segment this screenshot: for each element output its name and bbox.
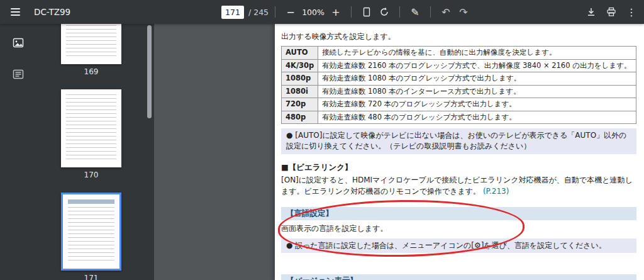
- kebab-icon: ⋮: [626, 6, 636, 18]
- toolbar-divider: [430, 6, 431, 18]
- format-description: 有効走査線数 1080 本のプログレッシブ方式で出力します。: [318, 72, 636, 86]
- rotate-icon: [379, 7, 389, 17]
- sidebar: 169 170 171: [0, 24, 154, 280]
- document-title: DC-TZ99: [34, 7, 70, 17]
- thumbnail-panel: 169 170 171: [36, 24, 146, 280]
- format-description: 有効走査線数 480 本のプログレッシブ方式で出力します。: [318, 111, 636, 124]
- version-display-heading: 【バージョン表示】: [281, 274, 636, 280]
- download-button[interactable]: [582, 3, 600, 21]
- toolbar-divider: [275, 6, 275, 18]
- fit-page-icon: [362, 7, 372, 17]
- redo-button[interactable]: ↷: [455, 3, 472, 21]
- undo-icon: ↶: [441, 6, 450, 18]
- document-outline-icon: [13, 69, 24, 79]
- format-description: 有効走査線数 2160 本のプログレッシブ方式で、出力解像度 3840 × 21…: [318, 59, 636, 72]
- format-description: 有効走査線数 1080 本のインターレース方式で出力します。: [318, 85, 636, 98]
- print-button[interactable]: [602, 3, 620, 21]
- plus-icon: +: [331, 6, 340, 18]
- format-key: AUTO: [282, 47, 318, 60]
- viera-link-body: [ON]に設定すると、HDMIマイクロケーブルで接続したビエラリンク対応機器が、…: [281, 174, 636, 197]
- undo-button[interactable]: ↶: [437, 3, 455, 21]
- page-number-input[interactable]: [221, 6, 244, 19]
- format-description: 接続したテレビからの情報を基に、自動的に出力解像度を決定します。: [318, 47, 636, 60]
- intro-text: 出力する映像方式を設定します。: [281, 31, 636, 42]
- thumbnails-view-button[interactable]: [7, 35, 30, 50]
- thumbnail-preview: [61, 89, 121, 167]
- minus-icon: −: [286, 6, 294, 18]
- thumbnail-page-169[interactable]: 169: [61, 24, 121, 77]
- pdf-viewer-window: DC-TZ99 / 245 − 100% +: [0, 0, 644, 280]
- thumbnail-content: [66, 94, 116, 162]
- redo-icon: ↷: [459, 6, 467, 18]
- thumbnail-scrollbar[interactable]: [147, 24, 152, 280]
- outline-view-button[interactable]: [7, 67, 30, 82]
- page-213-link[interactable]: (P.213): [483, 187, 509, 196]
- table-row: AUTO 接続したテレビからの情報を基に、自動的に出力解像度を決定します。: [282, 47, 636, 60]
- menu-button[interactable]: [6, 3, 24, 21]
- thumbnail-preview: [61, 24, 121, 64]
- thumbnail-label: 170: [84, 171, 99, 180]
- page-count-label: / 245: [248, 8, 269, 17]
- thumbnail-page-171[interactable]: 171: [61, 193, 121, 280]
- fit-page-button[interactable]: [358, 3, 375, 21]
- format-key: 720p: [282, 98, 318, 111]
- image-icon: [13, 38, 24, 48]
- printer-icon: [606, 7, 616, 17]
- table-row: 1080p 有効走査線数 1080 本のプログレッシブ方式で出力します。: [282, 72, 636, 86]
- table-row: 480p 有効走査線数 480 本のプログレッシブ方式で出力します。: [282, 111, 636, 124]
- language-setting-heading: 【言語設定】: [281, 207, 636, 220]
- pdf-page: 出力する映像方式を設定します。 AUTO 接続したテレビからの情報を基に、自動的…: [275, 24, 644, 280]
- language-section: 【言語設定】 画面表示の言語を設定します。 ● 誤った言語に設定した場合は、メニ…: [280, 207, 638, 253]
- sidebar-icon-strip: [0, 24, 36, 82]
- scrollbar-thumb[interactable]: [147, 25, 152, 118]
- viera-link-heading: ■【ビエラリンク】: [281, 162, 636, 173]
- download-icon: [586, 7, 596, 17]
- pen-icon: ✎: [411, 6, 419, 18]
- thumbnail-page-170[interactable]: 170: [61, 89, 121, 180]
- format-key: 1080i: [282, 85, 318, 98]
- draw-button[interactable]: ✎: [406, 3, 424, 21]
- table-row: 4K/30p 有効走査線数 2160 本のプログレッシブ方式で、出力解像度 38…: [282, 59, 636, 72]
- format-key: 1080p: [282, 72, 318, 86]
- toolbar-right: ⋮: [582, 0, 640, 24]
- toolbar-center: / 245 − 100% + ✎: [221, 0, 472, 24]
- table-row: 720p 有効走査線数 720 本のプログレッシブ方式で出力します。: [282, 98, 636, 111]
- thumbnail-preview-selected: [61, 193, 121, 271]
- thumbnail-content: [66, 24, 116, 59]
- zoom-level[interactable]: 100%: [299, 8, 327, 17]
- content-area: 出力する映像方式を設定します。 AUTO 接続したテレビからの情報を基に、自動的…: [154, 24, 644, 280]
- more-options-button[interactable]: ⋮: [623, 3, 640, 21]
- language-setting-body: 画面表示の言語を設定します。: [281, 223, 636, 234]
- toolbar: DC-TZ99 / 245 − 100% +: [0, 0, 644, 24]
- toolbar-divider: [351, 6, 352, 18]
- format-key: 4K/30p: [282, 59, 318, 72]
- format-key: 480p: [282, 111, 318, 124]
- format-description: 有効走査線数 720 本のプログレッシブ方式で出力します。: [318, 98, 636, 111]
- language-setting-note: ● 誤った言語に設定した場合は、メニューアイコンの[⚙]を選び、言語を設定してく…: [281, 238, 636, 253]
- table-row: 1080i 有効走査線数 1080 本のインターレース方式で出力します。: [282, 85, 636, 98]
- auto-setting-note: ● [AUTO]に設定して映像がテレビに出ない場合は、お使いのテレビが表示できる…: [281, 128, 636, 154]
- output-format-table: AUTO 接続したテレビからの情報を基に、自動的に出力解像度を決定します。 4K…: [281, 46, 636, 124]
- thumbnail-label: 169: [84, 67, 99, 77]
- thumbnail-label: 171: [84, 274, 99, 280]
- zoom-in-button[interactable]: +: [327, 3, 345, 21]
- rotate-button[interactable]: [375, 3, 393, 21]
- thumbnail-content: [68, 199, 114, 264]
- toolbar-divider: [399, 6, 400, 18]
- menu-icon: [11, 8, 20, 16]
- viera-link-text: [ON]に設定すると、HDMIマイクロケーブルで接続したビエラリンク対応機器が、…: [281, 176, 633, 196]
- zoom-out-button[interactable]: −: [282, 3, 299, 21]
